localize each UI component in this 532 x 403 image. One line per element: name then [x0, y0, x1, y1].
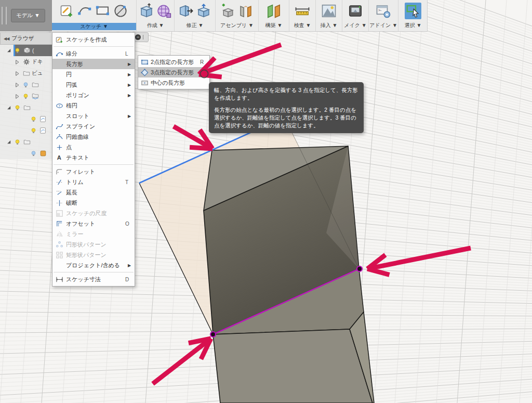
visibility-bulb-icon[interactable]: [30, 116, 37, 123]
new-component-button[interactable]: [220, 3, 236, 19]
menu-item-label: 2点指定の長方形: [151, 58, 200, 66]
rect-submenu-item-0[interactable]: 2点指定の長方形R: [138, 57, 209, 67]
sketch-menu-item-15[interactable]: 破断: [52, 198, 135, 208]
insert-group-dropdown[interactable]: 挿入 ▼: [321, 22, 338, 29]
toolbar-group-insert: 挿入 ▼: [316, 0, 342, 31]
visibility-bulb-icon[interactable]: [30, 127, 37, 134]
construct-plane-button[interactable]: [265, 3, 282, 19]
browser-header[interactable]: ◀◀ ブラウザ: [0, 32, 52, 45]
create-form-button[interactable]: [156, 3, 172, 19]
browser-title: ブラウザ: [11, 35, 34, 42]
folder-icon: [23, 70, 30, 77]
sketch-point-1[interactable]: [210, 332, 216, 337]
sketch-menu-item-9[interactable]: 円錐曲線: [52, 132, 135, 142]
body-lower-front-face[interactable]: [213, 329, 373, 403]
measure-button[interactable]: [294, 3, 311, 19]
browser-row-9[interactable]: [0, 148, 52, 159]
sketch-menu-item-11[interactable]: Aテキスト: [52, 152, 135, 163]
browser-collapse-icon[interactable]: ◀◀: [4, 36, 9, 41]
collapse-dot-icon[interactable]: −: [135, 34, 141, 40]
visibility-bulb-icon[interactable]: [22, 93, 29, 100]
model-body[interactable]: [204, 146, 374, 403]
browser-row-7[interactable]: [0, 125, 52, 136]
sketch-menu-item-13[interactable]: トリムT: [52, 177, 135, 187]
sketch-group-dropdown[interactable]: スケッチ ▼: [52, 23, 136, 30]
browser-row-4[interactable]: [0, 90, 52, 102]
make-group-dropdown[interactable]: メイク ▼: [344, 22, 366, 29]
sketch-menu-item-8[interactable]: スプライン: [52, 121, 135, 132]
modify-group-dropdown[interactable]: 修正 ▼: [187, 22, 204, 29]
sketch-menu-item-2[interactable]: 長方形▶: [52, 59, 135, 69]
joint-button[interactable]: [237, 3, 254, 19]
expand-triangle-icon[interactable]: [15, 94, 20, 99]
sketch-menu-item-3[interactable]: 円▶: [52, 69, 135, 80]
rect-submenu-item-1[interactable]: 3点指定の長方形: [138, 67, 209, 77]
toolbar-group-assemble: アセンブリ ▼: [216, 0, 259, 31]
rectangle-tool-button[interactable]: [95, 3, 111, 19]
circle-tool-button[interactable]: [112, 3, 129, 19]
fillet-icon: [52, 168, 66, 176]
workspace-dropdown[interactable]: モデル ▼: [11, 9, 45, 22]
press-pull-icon: [178, 3, 194, 19]
rect-submenu-item-2[interactable]: 中心の長方形: [138, 77, 209, 88]
insert-image-button[interactable]: [321, 3, 337, 19]
collapse-triangle-icon[interactable]: [6, 139, 12, 145]
visibility-bulb-icon[interactable]: [14, 139, 21, 146]
folder-icon: [32, 81, 39, 88]
sketch-dropdown-menu: スケッチを作成線分L長方形▶円▶円弧▶ポリゴン▶楕円スロット▶スプライン円錐曲線…: [52, 32, 135, 287]
sketch-menu-item-0[interactable]: スケッチを作成: [52, 34, 135, 45]
point-icon: [52, 144, 66, 151]
joint-icon: [238, 3, 254, 19]
collapse-triangle-icon[interactable]: [6, 48, 12, 54]
extrude-button[interactable]: [138, 3, 155, 19]
fusion360-window: モデル ▼: [0, 0, 532, 403]
sketch-menu-item-7[interactable]: スロット▶: [52, 111, 135, 121]
menu-separator: [54, 46, 134, 47]
sketch-menu-item-14[interactable]: 延長: [52, 187, 135, 198]
browser-row-0[interactable]: (: [0, 45, 52, 56]
press-pull-button[interactable]: [178, 3, 194, 19]
make-button[interactable]: [347, 3, 364, 19]
browser-row-5[interactable]: [0, 102, 52, 113]
expand-triangle-icon[interactable]: [15, 59, 20, 65]
visibility-bulb-icon[interactable]: [30, 150, 37, 157]
collapse-triangle-icon[interactable]: [6, 105, 12, 111]
sketch-menu-item-6[interactable]: 楕円: [52, 100, 135, 111]
browser-row-3[interactable]: [0, 79, 52, 90]
fillet-button[interactable]: [195, 3, 212, 19]
sketch-menu-item-22[interactable]: スケッチ寸法D: [52, 274, 135, 284]
menu-item-label: オフセット: [66, 220, 125, 228]
create-sketch-button[interactable]: [59, 3, 76, 19]
sketch-point-2[interactable]: [357, 266, 362, 271]
addins-group-dropdown[interactable]: アドイン ▼: [369, 22, 397, 29]
sketch-menu-item-17[interactable]: オフセットO: [52, 218, 135, 229]
assemble-group-dropdown[interactable]: アセンブリ ▼: [220, 22, 254, 29]
browser-row-8[interactable]: [0, 136, 52, 148]
sketch-menu-item-10[interactable]: 点: [52, 142, 135, 152]
visibility-bulb-icon[interactable]: [14, 105, 21, 111]
sketch-menu-item-5[interactable]: ポリゴン▶: [52, 90, 135, 100]
expand-triangle-icon[interactable]: [15, 71, 20, 76]
inspect-group-dropdown[interactable]: 検査 ▼: [294, 22, 311, 29]
addins-button[interactable]: >-: [375, 3, 392, 19]
browser-row-1[interactable]: ドキ: [0, 56, 52, 68]
select-button[interactable]: [405, 3, 421, 19]
selection-stripe: [14, 45, 15, 56]
construct-group-dropdown[interactable]: 構築 ▼: [265, 22, 283, 29]
rect-2pt-icon: [138, 58, 151, 66]
visibility-bulb-icon[interactable]: [22, 82, 29, 88]
sketch-menu-item-12[interactable]: フィレット: [52, 166, 135, 177]
toolbar-grip[interactable]: [2, 7, 7, 24]
select-group-dropdown[interactable]: 選択 ▼: [405, 22, 422, 29]
browser-row-2[interactable]: ビュ: [0, 68, 52, 79]
arc-tool-button[interactable]: [77, 3, 94, 19]
mini-toolbar-grip[interactable]: [143, 35, 143, 40]
rect-center-icon: [138, 79, 151, 87]
expand-triangle-icon[interactable]: [15, 82, 20, 88]
sketch-menu-item-4[interactable]: 円弧▶: [52, 80, 135, 90]
create-group-dropdown[interactable]: 作成 ▼: [147, 22, 164, 29]
viewport-mini-toolbar[interactable]: −: [133, 32, 149, 42]
sketch-menu-item-1[interactable]: 線分L: [52, 48, 135, 59]
browser-row-6[interactable]: [0, 113, 52, 125]
sketch-menu-item-21[interactable]: プロジェクト/含める▶: [52, 260, 135, 270]
